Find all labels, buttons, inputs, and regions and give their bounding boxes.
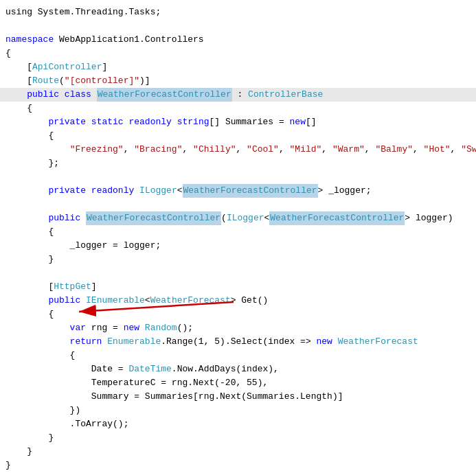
code-line-blank-3 — [0, 198, 476, 211]
code-line-blank-1 — [0, 19, 476, 33]
code-line-open-get: { — [0, 308, 476, 321]
code-line-summaries: private static readonly string[] Summari… — [0, 115, 476, 129]
code-line-return: return Enumerable.Range(1, 5).Select(ind… — [0, 335, 476, 349]
code-line-close-ctor: } — [0, 253, 476, 266]
code-line-logger: private readonly ILogger<WeatherForecast… — [0, 184, 476, 198]
code-line-rng: var rng = new Random(); — [0, 321, 476, 335]
code-line-open-array: { — [0, 129, 476, 143]
code-line-toarray: .ToArray(); — [0, 417, 476, 431]
code-line-class: public class WeatherForecastController :… — [0, 88, 476, 102]
code-line-blank-2 — [0, 170, 476, 184]
code-line-route: [Route("[controller]")] — [0, 74, 476, 88]
code-line-open-obj: { — [0, 349, 476, 362]
code-line-open-ctor: { — [0, 225, 476, 239]
code-line-apicontroller: [ApiController] — [0, 60, 476, 74]
code-line-date: Date = DateTime.Now.AddDays(index), — [0, 362, 476, 376]
code-line-close-ns: } — [0, 459, 476, 472]
code-line-close-array: }; — [0, 157, 476, 170]
code-line-constructor: public WeatherForecastController(ILogger… — [0, 211, 476, 225]
code-line-httpget: [HttpGet] — [0, 280, 476, 294]
code-line-close-get: } — [0, 431, 476, 445]
code-line-open-ns: { — [0, 47, 476, 60]
code-line-close-class: } — [0, 445, 476, 459]
code-line-temp: TemperatureC = rng.Next(-20, 55), — [0, 376, 476, 390]
code-line-1: using System.Threading.Tasks; — [0, 5, 476, 19]
code-editor: using System.Threading.Tasks; namespace … — [0, 0, 476, 473]
code-line-open-class: { — [0, 102, 476, 115]
code-line-logger-assign: _logger = logger; — [0, 239, 476, 253]
code-line-namespace: namespace WebApplication1.Controllers — [0, 33, 476, 47]
code-line-close-obj: }) — [0, 404, 476, 417]
code-line-get-method: public IEnumerable<WeatherForecast> Get(… — [0, 294, 476, 308]
code-line-blank-4 — [0, 266, 476, 280]
code-line-strings: "Freezing", "Bracing", "Chilly", "Cool",… — [0, 143, 476, 157]
code-line-summary: Summary = Summaries[rng.Next(Summaries.L… — [0, 390, 476, 404]
